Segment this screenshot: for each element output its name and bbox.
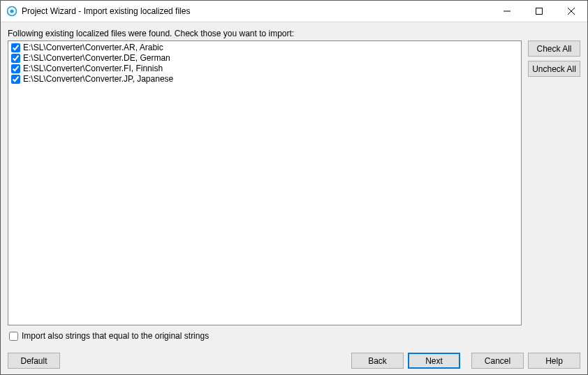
import-equal-checkbox-row[interactable]: Import also strings that equal to the or… [9,331,580,341]
file-list-item[interactable]: E:\SL\Converter\Converter.AR, Arabic [11,43,518,53]
help-button[interactable]: Help [528,353,580,369]
maximize-button[interactable] [523,1,555,22]
titlebar: Project Wizard - Import existing localiz… [1,1,587,22]
next-button[interactable]: Next [408,353,460,369]
minimize-button[interactable] [491,1,523,22]
uncheck-all-button[interactable]: Uncheck All [528,61,580,77]
close-button[interactable] [555,1,587,22]
file-path-label: E:\SL\Converter\Converter.JP, Japanese [23,74,173,84]
file-checkbox[interactable] [11,75,20,84]
file-path-label: E:\SL\Converter\Converter.FI, Finnish [23,64,163,74]
file-path-label: E:\SL\Converter\Converter.AR, Arabic [23,43,163,53]
window-title: Project Wizard - Import existing localiz… [22,6,491,16]
check-all-button[interactable]: Check All [528,41,580,57]
instruction-text: Following existing localized files were … [8,29,580,38]
file-checkbox[interactable] [11,54,20,63]
file-list[interactable]: E:\SL\Converter\Converter.AR, ArabicE:\S… [8,41,522,325]
dialog-content: Following existing localized files were … [1,22,587,374]
import-equal-label: Import also strings that equal to the or… [22,331,209,341]
import-equal-checkbox[interactable] [9,332,18,341]
file-list-item[interactable]: E:\SL\Converter\Converter.FI, Finnish [11,64,518,74]
default-button[interactable]: Default [8,353,60,369]
window-controls [491,1,587,22]
file-path-label: E:\SL\Converter\Converter.DE, German [23,53,170,64]
file-list-item[interactable]: E:\SL\Converter\Converter.DE, German [11,53,518,64]
file-checkbox[interactable] [11,64,20,73]
file-checkbox[interactable] [11,43,20,52]
file-list-item[interactable]: E:\SL\Converter\Converter.JP, Japanese [11,74,518,84]
app-icon [6,6,17,17]
svg-point-1 [10,9,13,13]
back-button[interactable]: Back [351,353,404,369]
svg-rect-3 [536,8,543,15]
cancel-button[interactable]: Cancel [471,353,524,369]
